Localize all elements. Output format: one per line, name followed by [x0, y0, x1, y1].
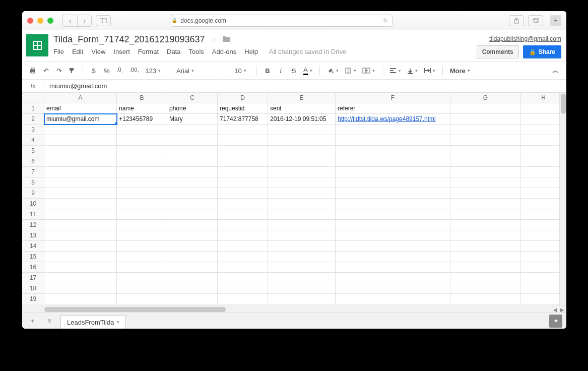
cell-E14[interactable]: [268, 241, 336, 252]
cell-F10[interactable]: [336, 199, 450, 209]
cell-A8[interactable]: [44, 177, 117, 188]
cell-B1[interactable]: name: [117, 103, 167, 114]
row-header-13[interactable]: 13: [22, 230, 44, 241]
row-header-7[interactable]: 7: [22, 167, 44, 177]
cell-C8[interactable]: [167, 177, 218, 188]
vertical-scrollbar-thumb[interactable]: [561, 94, 566, 114]
cell-C6[interactable]: [167, 156, 218, 167]
fill-color-button[interactable]: [325, 65, 341, 77]
cell-E10[interactable]: [268, 199, 336, 209]
row-header-4[interactable]: 4: [22, 135, 44, 146]
cell-E4[interactable]: [268, 135, 336, 146]
cell-F3[interactable]: [336, 125, 450, 135]
cell-B17[interactable]: [117, 273, 167, 283]
cell-G5[interactable]: [450, 146, 521, 156]
cell-A2[interactable]: miumiu@gmail.com: [44, 114, 117, 125]
cell-D2[interactable]: 71742:877758: [218, 114, 268, 125]
row-header-12[interactable]: 12: [22, 220, 44, 230]
column-header-E[interactable]: E: [268, 93, 336, 103]
cell-B9[interactable]: [117, 188, 167, 199]
cell-D9[interactable]: [218, 188, 268, 199]
cell-B3[interactable]: [117, 125, 167, 135]
cell-E2[interactable]: 2016-12-19 09:51:05: [268, 114, 336, 125]
menu-help[interactable]: Help: [244, 48, 258, 55]
comments-button[interactable]: Comments: [477, 45, 519, 58]
cell-D12[interactable]: [218, 220, 268, 230]
cell-E17[interactable]: [268, 273, 336, 283]
row-header-17[interactable]: 17: [22, 273, 44, 283]
cell-F4[interactable]: [336, 135, 450, 146]
cell-E18[interactable]: [268, 283, 336, 294]
cell-C17[interactable]: [167, 273, 218, 283]
cell-E12[interactable]: [268, 220, 336, 230]
increase-decimal-button[interactable]: .00↑: [127, 65, 141, 77]
star-icon[interactable]: ☆: [210, 35, 217, 44]
cell-B11[interactable]: [117, 209, 167, 220]
cell-C3[interactable]: [167, 125, 218, 135]
move-folder-icon[interactable]: [222, 35, 230, 44]
row-header-3[interactable]: 3: [22, 125, 44, 135]
cell-G16[interactable]: [450, 262, 521, 273]
cell-B8[interactable]: [117, 177, 167, 188]
menu-insert[interactable]: Insert: [113, 48, 130, 55]
cell-F11[interactable]: [336, 209, 450, 220]
cell-F16[interactable]: [336, 262, 450, 273]
menu-file[interactable]: File: [53, 48, 64, 55]
cell-D3[interactable]: [218, 125, 268, 135]
font-size-dropdown[interactable]: 10: [229, 65, 251, 77]
all-sheets-button[interactable]: ≡: [43, 315, 55, 327]
cell-F15[interactable]: [336, 252, 450, 262]
cell-C2[interactable]: Mary: [167, 114, 218, 125]
cell-B10[interactable]: [117, 199, 167, 209]
cell-D16[interactable]: [218, 262, 268, 273]
cell-G9[interactable]: [450, 188, 521, 199]
strikethrough-button[interactable]: S: [288, 65, 299, 77]
row-header-11[interactable]: 11: [22, 209, 44, 220]
cell-B18[interactable]: [117, 283, 167, 294]
cell-C11[interactable]: [167, 209, 218, 220]
cell-C9[interactable]: [167, 188, 218, 199]
cell-A4[interactable]: [44, 135, 117, 146]
menu-view[interactable]: View: [91, 48, 105, 55]
cell-E1[interactable]: sent: [268, 103, 336, 114]
cell-G10[interactable]: [450, 199, 521, 209]
cell-F5[interactable]: [336, 146, 450, 156]
menu-edit[interactable]: Edit: [72, 48, 83, 55]
fullscreen-window-button[interactable]: [47, 18, 53, 24]
row-header-10[interactable]: 10: [22, 199, 44, 209]
cell-F8[interactable]: [336, 177, 450, 188]
cell-A14[interactable]: [44, 241, 117, 252]
cell-F7[interactable]: [336, 167, 450, 177]
cell-G15[interactable]: [450, 252, 521, 262]
cell-C5[interactable]: [167, 146, 218, 156]
cell-A15[interactable]: [44, 252, 117, 262]
add-sheet-button[interactable]: +: [26, 315, 38, 327]
cell-E16[interactable]: [268, 262, 336, 273]
cell-G17[interactable]: [450, 273, 521, 283]
row-header-8[interactable]: 8: [22, 177, 44, 188]
cell-G11[interactable]: [450, 209, 521, 220]
cell-E9[interactable]: [268, 188, 336, 199]
column-header-B[interactable]: B: [117, 93, 167, 103]
cell-E11[interactable]: [268, 209, 336, 220]
column-header-C[interactable]: C: [167, 93, 218, 103]
scroll-right-icon[interactable]: ▶: [558, 306, 566, 313]
row-header-19[interactable]: 19: [22, 294, 44, 304]
fx-label[interactable]: fx: [22, 82, 44, 90]
cell-D10[interactable]: [218, 199, 268, 209]
spreadsheet-grid[interactable]: ABCDEFGH1emailnamephonerequestidsentrefe…: [22, 93, 566, 305]
cell-C16[interactable]: [167, 262, 218, 273]
menu-addons[interactable]: Add-ons: [212, 48, 236, 55]
row-header-14[interactable]: 14: [22, 241, 44, 252]
cell-A7[interactable]: [44, 167, 117, 177]
sidebar-toggle-button[interactable]: [96, 15, 111, 26]
select-all-corner[interactable]: [22, 93, 44, 103]
close-window-button[interactable]: [27, 18, 33, 24]
cell-D13[interactable]: [218, 230, 268, 241]
number-format-dropdown[interactable]: 123: [143, 65, 163, 77]
cell-D15[interactable]: [218, 252, 268, 262]
cell-B2[interactable]: +123456789: [117, 114, 167, 125]
row-header-5[interactable]: 5: [22, 146, 44, 156]
percent-button[interactable]: %: [101, 65, 112, 77]
row-header-1[interactable]: 1: [22, 103, 44, 114]
